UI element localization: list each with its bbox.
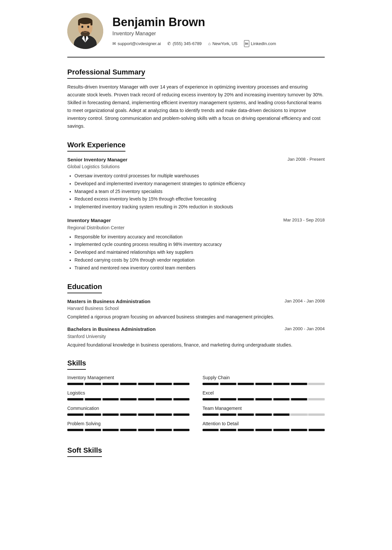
edu-degree: Bachelors in Business Administration <box>67 326 155 333</box>
skill-bar <box>203 413 325 416</box>
soft-skills-section: Soft Skills <box>67 445 325 461</box>
skill-bar <box>67 398 189 400</box>
skill-segment <box>291 383 307 385</box>
skill-segment <box>120 413 136 416</box>
skill-bar-segments <box>67 383 189 385</box>
skill-segment <box>309 429 325 431</box>
bullet-item: Reduced excess inventory levels by 15% t… <box>74 195 325 203</box>
skill-segment <box>173 398 189 400</box>
skill-segment <box>220 429 236 431</box>
skill-bar-segments <box>203 429 325 431</box>
skill-segment <box>173 429 189 431</box>
skill-name: Inventory Management <box>67 374 189 381</box>
phone-text: (555) 345-6789 <box>172 40 202 47</box>
skill-segment <box>309 398 325 400</box>
skills-title: Skills <box>67 358 86 370</box>
skill-name: Attention to Detail <box>203 420 325 427</box>
skill-bar-segments <box>67 398 189 400</box>
skill-segment <box>238 413 254 416</box>
avatar <box>67 13 103 49</box>
skill-segment <box>85 429 101 431</box>
work-experience-title: Work Experience <box>67 139 125 152</box>
skill-segment <box>220 398 236 400</box>
header-info: Benjamin Brown Inventory Manager ✉ suppo… <box>112 15 325 47</box>
skill-segment <box>103 413 119 416</box>
email-text: support@cvdesigner.ai <box>118 40 161 47</box>
skill-segment <box>220 383 236 385</box>
skill-segment <box>238 383 254 385</box>
bullet-item: Responsible for inventory accuracy and r… <box>74 233 325 241</box>
skill-segment <box>291 398 307 400</box>
skill-segment <box>203 429 219 431</box>
skill-bar-segments <box>67 429 189 431</box>
skill-bar <box>67 413 189 416</box>
linkedin-text: LinkedIn.com <box>251 40 276 47</box>
linkedin-icon: in <box>244 40 249 47</box>
svg-rect-6 <box>78 21 80 25</box>
skill-segment <box>138 398 154 400</box>
candidate-title: Inventory Manager <box>112 30 325 38</box>
skill-segment <box>255 413 271 416</box>
edu-desc: Completed a rigorous program focusing on… <box>67 313 325 320</box>
edu-school: Harvard Business School <box>67 305 325 312</box>
skill-segment <box>238 429 254 431</box>
skill-segment <box>103 429 119 431</box>
job-date: Jan 2008 - Present <box>287 156 325 163</box>
job-header: Inventory Manager Mar 2013 - Sep 2018 <box>67 217 325 224</box>
skill-item: Team Management <box>203 405 325 416</box>
svg-point-8 <box>81 31 90 36</box>
bullet-item: Implemented inventory tracking system re… <box>74 203 325 211</box>
skill-segment <box>103 383 119 385</box>
job-bullets: Responsible for inventory accuracy and r… <box>67 233 325 272</box>
skill-segment <box>203 398 219 400</box>
skill-segment <box>173 413 189 416</box>
skill-segment <box>156 429 172 431</box>
skill-bar <box>67 429 189 431</box>
skill-bar-segments <box>203 398 325 400</box>
skill-segment <box>67 398 83 400</box>
edu-desc: Acquired foundational knowledge in busin… <box>67 341 325 348</box>
job-company: Regional Distribution Center <box>67 224 325 231</box>
skill-bar <box>203 429 325 431</box>
skill-bar <box>203 383 325 385</box>
skill-segment <box>291 413 307 416</box>
skill-segment <box>273 429 289 431</box>
skill-name: Supply Chain <box>203 374 325 381</box>
skill-name: Problem Solving <box>67 420 189 427</box>
skill-segment <box>309 413 325 416</box>
skill-segment <box>273 383 289 385</box>
skill-segment <box>138 383 154 385</box>
skill-segment <box>138 429 154 431</box>
skill-bar <box>67 383 189 385</box>
job-company: Global Logistics Solutions <box>67 163 325 170</box>
skill-segment <box>273 413 289 416</box>
job-bullets: Oversaw inventory control processes for … <box>67 172 325 211</box>
edu-header: Masters in Business Administration Jan 2… <box>67 298 325 305</box>
skill-name: Logistics <box>67 390 189 396</box>
header-divider <box>67 57 325 57</box>
job-date: Mar 2013 - Sep 2018 <box>283 217 325 223</box>
svg-point-5 <box>78 18 92 24</box>
skill-segment <box>255 429 271 431</box>
skill-segment <box>291 429 307 431</box>
skill-bar-segments <box>203 383 325 385</box>
skill-name: Communication <box>67 405 189 412</box>
education-title: Education <box>67 281 102 293</box>
skill-segment <box>85 413 101 416</box>
soft-skills-title: Soft Skills <box>67 445 102 457</box>
email-icon: ✉ <box>112 40 116 47</box>
svg-rect-7 <box>90 21 92 25</box>
skill-segment <box>103 398 119 400</box>
skill-segment <box>309 383 325 385</box>
edu-school: Stanford University <box>67 333 325 340</box>
linkedin-contact: in LinkedIn.com <box>244 40 276 47</box>
skill-segment <box>255 398 271 400</box>
bullet-item: Trained and mentored new inventory contr… <box>74 264 325 272</box>
svg-point-9 <box>81 26 83 28</box>
skill-bar-segments <box>203 413 325 416</box>
email-contact: ✉ support@cvdesigner.ai <box>112 40 161 47</box>
contact-list: ✉ support@cvdesigner.ai ✆ (555) 345-6789… <box>112 40 325 47</box>
education-item: Masters in Business Administration Jan 2… <box>67 298 325 321</box>
location-icon: ⌂ <box>208 40 211 47</box>
svg-point-10 <box>87 26 89 28</box>
